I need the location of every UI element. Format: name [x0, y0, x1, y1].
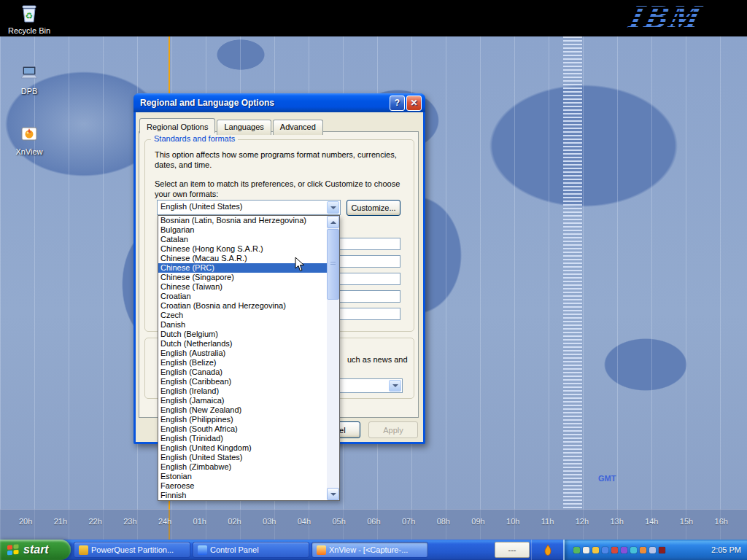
overflow-button[interactable]: ---: [495, 542, 530, 558]
timezone-label: 03h: [263, 517, 276, 526]
apply-button[interactable]: Apply: [368, 421, 418, 438]
start-label: start: [23, 543, 49, 556]
list-item[interactable]: Chinese (Hong Kong S.A.R.): [158, 244, 327, 254]
dateline-hatch-band: [563, 36, 582, 510]
recycle-bin-icon: ♻: [18, 1, 41, 25]
help-button[interactable]: ?: [390, 96, 405, 111]
list-item[interactable]: Finnish: [158, 491, 327, 500]
tray-icon[interactable]: [602, 547, 608, 553]
timezone-row: 20h21h22h23h24h01h02h03h04h05h06h07h08h0…: [0, 510, 747, 526]
tray-icon[interactable]: [592, 547, 599, 553]
tab-languages[interactable]: Languages: [217, 120, 271, 135]
top-black-bar: ♻ Recycle Bin IBM: [0, 0, 747, 36]
scroll-up-icon[interactable]: [327, 216, 339, 228]
tray-icon[interactable]: [621, 547, 627, 553]
list-item[interactable]: English (Belize): [158, 358, 327, 368]
timezone-label: 16h: [715, 517, 728, 526]
list-item[interactable]: English (Philippines): [158, 415, 327, 424]
dialog-titlebar[interactable]: Regional and Language Options ? ✕: [133, 93, 425, 112]
scrollbar[interactable]: [327, 216, 339, 500]
tray-icon[interactable]: [649, 547, 656, 553]
list-item[interactable]: English (Jamaica): [158, 396, 327, 405]
timezone-label: 23h: [123, 517, 136, 526]
taskbar: start PowerQuest Partition...Control Pan…: [0, 540, 747, 560]
list-item[interactable]: Faeroese: [158, 481, 327, 491]
timezone-label: 09h: [471, 517, 484, 526]
timezone-label: 24h: [158, 517, 171, 526]
format-combobox-value: English (United States): [158, 201, 326, 214]
icon-label: Recycle Bin: [1, 26, 57, 35]
desktop-icon-recycle-bin[interactable]: ♻ Recycle Bin: [1, 1, 57, 35]
list-item[interactable]: Czech: [158, 311, 327, 320]
scroll-down-icon[interactable]: [327, 488, 339, 500]
timezone-label: 10h: [506, 517, 519, 526]
customize-button[interactable]: Customize...: [347, 200, 400, 216]
timezone-strip: 20h21h22h23h24h01h02h03h04h05h06h07h08h0…: [0, 509, 747, 540]
tab-strip: Regional Options Languages Advanced: [139, 118, 325, 133]
task-icon: [317, 545, 326, 555]
mouse-cursor: [295, 257, 305, 275]
list-item[interactable]: English (Australia): [158, 349, 327, 358]
tray-icon[interactable]: [659, 547, 665, 553]
tab-advanced[interactable]: Advanced: [273, 120, 323, 135]
timezone-label: 20h: [19, 517, 32, 526]
list-item[interactable]: Danish: [158, 320, 327, 330]
tray-icon[interactable]: [640, 547, 646, 553]
list-item[interactable]: Bosnian (Latin, Bosnia and Herzegovina): [158, 216, 327, 225]
icon-label: XnView: [1, 147, 57, 156]
chevron-down-icon[interactable]: [327, 201, 339, 214]
list-item[interactable]: English (South Africa): [158, 424, 327, 434]
taskbar-clock[interactable]: 2:05 PM: [711, 545, 741, 554]
list-item[interactable]: English (Canada): [158, 368, 327, 377]
timezone-label: 05h: [332, 517, 345, 526]
timezone-label: 21h: [54, 517, 67, 526]
list-item[interactable]: English (United Kingdom): [158, 443, 327, 453]
list-item[interactable]: Croatian: [158, 292, 327, 301]
gmt-label: GMT: [598, 474, 616, 483]
list-item[interactable]: Croatian (Bosnia and Herzegovina): [158, 301, 327, 311]
timezone-label: 08h: [437, 517, 450, 526]
tray-icon[interactable]: [611, 547, 618, 553]
start-button[interactable]: start: [0, 540, 71, 560]
list-item[interactable]: Chinese (Taiwan): [158, 282, 327, 292]
list-item[interactable]: Dutch (Netherlands): [158, 339, 327, 349]
list-item[interactable]: English (Ireland): [158, 386, 327, 396]
screen: ♻ Recycle Bin IBM GMT DPB: [0, 0, 747, 560]
task-buttons: PowerQuest Partition...Control PanelXnVi…: [71, 540, 493, 560]
group-title: Standards and formats: [151, 134, 238, 143]
list-item[interactable]: English (Zimbabwe): [158, 462, 327, 472]
taskbar-task[interactable]: XnView - [<Capture-...: [311, 542, 428, 558]
tray-icon[interactable]: [583, 547, 589, 553]
timezone-label: 02h: [228, 517, 241, 526]
desktop-icon-xnview[interactable]: XnView: [1, 122, 57, 156]
list-item[interactable]: Dutch (Belgium): [158, 330, 327, 339]
timezone-label: 13h: [610, 517, 623, 526]
list-item[interactable]: Bulgarian: [158, 225, 327, 235]
taskbar-task[interactable]: PowerQuest Partition...: [74, 542, 190, 558]
list-item[interactable]: English (United States): [158, 453, 327, 462]
timezone-label: 12h: [576, 517, 589, 526]
chevron-down-icon[interactable]: [389, 380, 401, 392]
standards-instruction: Select an item to match its preferences,…: [155, 179, 409, 199]
format-combobox[interactable]: English (United States): [157, 200, 341, 215]
language-dropdown: Bosnian (Latin, Bosnia and Herzegovina)B…: [158, 215, 340, 501]
tray-icon[interactable]: [573, 547, 580, 553]
close-icon[interactable]: ✕: [406, 96, 422, 111]
tray-icon[interactable]: [630, 547, 637, 553]
list-item[interactable]: English (Trinidad): [158, 434, 327, 443]
list-item[interactable]: English (New Zealand): [158, 405, 327, 415]
scrollbar-thumb[interactable]: [327, 229, 339, 300]
laptop-icon: [18, 62, 41, 85]
timezone-label: 11h: [541, 517, 554, 526]
ibm-logo: IBM: [625, 0, 706, 35]
flame-icon[interactable]: [543, 545, 552, 556]
list-item[interactable]: English (Caribbean): [158, 377, 327, 386]
tray-icons: [573, 547, 665, 553]
timezone-label: 14h: [645, 517, 658, 526]
taskbar-task[interactable]: Control Panel: [193, 542, 309, 558]
windows-flag-icon: [7, 544, 20, 556]
tab-regional-options[interactable]: Regional Options: [139, 118, 215, 133]
list-item[interactable]: Catalan: [158, 235, 327, 244]
desktop-icon-dpb[interactable]: DPB: [1, 62, 57, 96]
list-item[interactable]: Estonian: [158, 472, 327, 481]
